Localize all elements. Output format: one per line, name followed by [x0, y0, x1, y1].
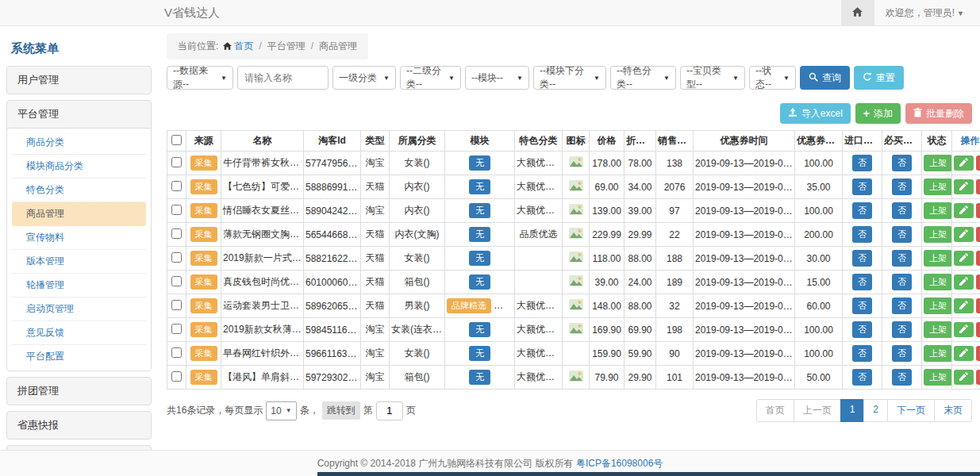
edit-button[interactable]: [954, 251, 974, 266]
sidebar-item[interactable]: 意见反馈: [12, 321, 146, 345]
page-size-select[interactable]: 10 ▼: [266, 401, 296, 420]
sidebar-item[interactable]: 商品管理: [12, 202, 146, 226]
edit-button[interactable]: [954, 322, 974, 337]
sidebar-group-1[interactable]: 平台管理: [7, 101, 151, 128]
must-buy-toggle[interactable]: 否: [892, 155, 912, 171]
filter-select-module-subcategory[interactable]: --模块下分类--▼: [533, 66, 606, 90]
edit-button[interactable]: [954, 346, 974, 361]
pager-button-末页[interactable]: 末页: [934, 399, 972, 422]
import-select-toggle[interactable]: 否: [852, 250, 872, 267]
pager-button-1[interactable]: 1: [840, 399, 865, 422]
row-checkbox[interactable]: [171, 228, 182, 239]
import-select-toggle[interactable]: 否: [852, 298, 872, 314]
must-buy-toggle[interactable]: 否: [892, 369, 912, 386]
import-select-toggle[interactable]: 否: [852, 202, 872, 219]
status-button[interactable]: 上架: [924, 155, 952, 171]
sidebar-item[interactable]: 版本管理: [12, 250, 146, 274]
batch-delete-button[interactable]: 批量删除: [905, 103, 972, 124]
must-buy-toggle[interactable]: 否: [892, 250, 912, 267]
row-checkbox[interactable]: [171, 157, 182, 167]
pager-button-2[interactable]: 2: [863, 399, 888, 422]
status-button[interactable]: 上架: [924, 202, 952, 219]
select-all-checkbox[interactable]: [171, 135, 182, 145]
status-button[interactable]: 上架: [924, 298, 952, 314]
status-button[interactable]: 上架: [924, 178, 952, 195]
jump-button[interactable]: 跳转到: [322, 401, 360, 420]
import-select-toggle[interactable]: 否: [852, 345, 872, 362]
delete-button[interactable]: [976, 227, 980, 242]
delete-button[interactable]: [976, 155, 980, 171]
sidebar-item[interactable]: 启动页管理: [12, 298, 146, 321]
must-buy-toggle[interactable]: 否: [892, 202, 912, 219]
jump-page-input[interactable]: [376, 401, 403, 420]
user-menu[interactable]: 欢迎您，管理员!▼: [886, 6, 964, 20]
status-button[interactable]: 上架: [924, 369, 952, 386]
sidebar-group-3[interactable]: 省惠快报: [7, 412, 151, 439]
import-select-toggle[interactable]: 否: [852, 155, 872, 171]
edit-button[interactable]: [954, 298, 974, 313]
status-button[interactable]: 上架: [924, 250, 952, 267]
delete-button[interactable]: [976, 346, 980, 361]
status-button[interactable]: 上架: [924, 226, 952, 243]
row-checkbox[interactable]: [171, 300, 182, 310]
status-button[interactable]: 上架: [924, 274, 952, 290]
home-button[interactable]: [841, 0, 874, 25]
sidebar-item[interactable]: 宣传物料: [12, 226, 146, 250]
sidebar-group-2[interactable]: 拼团管理: [7, 378, 151, 405]
filter-select-level1-category[interactable]: 一级分类▼: [332, 66, 396, 90]
sidebar-item[interactable]: 轮播管理: [12, 274, 146, 298]
must-buy-toggle[interactable]: 否: [892, 345, 912, 362]
filter-select-item-type[interactable]: --宝贝类型--▼: [680, 66, 745, 90]
row-checkbox[interactable]: [171, 205, 182, 215]
import-select-toggle[interactable]: 否: [852, 274, 872, 290]
sidebar-item[interactable]: 商品分类: [12, 131, 146, 155]
filter-select-data-source[interactable]: --数据来源--▼: [167, 66, 233, 90]
delete-button[interactable]: [976, 370, 980, 385]
import-select-toggle[interactable]: 否: [852, 321, 872, 338]
delete-button[interactable]: [976, 179, 980, 194]
delete-button[interactable]: [976, 322, 980, 337]
sidebar-item[interactable]: 模块商品分类: [12, 155, 146, 178]
edit-button[interactable]: [954, 155, 974, 171]
must-buy-toggle[interactable]: 否: [892, 178, 912, 195]
filter-input-name-search[interactable]: [237, 66, 329, 90]
pager-button-下一页[interactable]: 下一页: [887, 399, 935, 422]
import-select-toggle[interactable]: 否: [852, 178, 872, 195]
edit-button[interactable]: [954, 274, 974, 290]
status-button[interactable]: 上架: [924, 345, 952, 362]
must-buy-toggle[interactable]: 否: [892, 298, 912, 314]
import-excel-button[interactable]: 导入excel: [780, 103, 851, 124]
breadcrumb-home-link[interactable]: 首页: [234, 40, 253, 52]
reset-button[interactable]: 重置: [854, 66, 904, 90]
import-select-toggle[interactable]: 否: [852, 369, 872, 386]
status-button[interactable]: 上架: [924, 321, 952, 338]
row-checkbox[interactable]: [171, 371, 182, 382]
icp-link[interactable]: 粤ICP备16098006号: [576, 458, 663, 469]
filter-select-level2-category[interactable]: --二级分类--▼: [400, 66, 461, 90]
row-checkbox[interactable]: [171, 181, 182, 191]
edit-button[interactable]: [954, 227, 974, 242]
must-buy-toggle[interactable]: 否: [892, 226, 912, 243]
delete-button[interactable]: [976, 203, 980, 218]
must-buy-toggle[interactable]: 否: [892, 274, 912, 290]
import-select-toggle[interactable]: 否: [852, 226, 872, 243]
sidebar-group-0[interactable]: 用户管理: [7, 67, 151, 94]
edit-button[interactable]: [954, 179, 974, 194]
delete-button[interactable]: [976, 274, 980, 290]
add-button[interactable]: + 添加: [855, 103, 901, 124]
sidebar-item[interactable]: 平台配置: [12, 345, 146, 368]
row-checkbox[interactable]: [171, 276, 182, 286]
delete-button[interactable]: [976, 251, 980, 266]
row-checkbox[interactable]: [171, 347, 182, 358]
edit-button[interactable]: [954, 203, 974, 218]
row-checkbox[interactable]: [171, 252, 182, 263]
filter-select-status[interactable]: --状态--▼: [749, 66, 796, 90]
delete-button[interactable]: [976, 298, 980, 313]
search-button[interactable]: 查询: [800, 66, 850, 90]
filter-select-module[interactable]: --模块--▼: [465, 66, 529, 90]
must-buy-toggle[interactable]: 否: [892, 321, 912, 338]
filter-select-feature-category[interactable]: --特色分类--▼: [610, 66, 676, 90]
edit-button[interactable]: [954, 370, 974, 385]
sidebar-item[interactable]: 特色分类: [12, 178, 146, 202]
row-checkbox[interactable]: [171, 324, 182, 334]
